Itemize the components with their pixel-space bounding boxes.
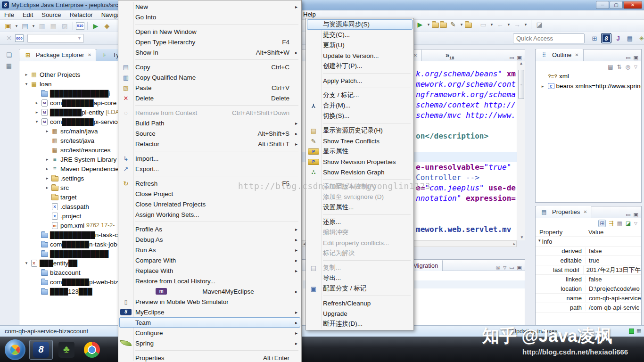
sort-icon[interactable]: ⇅ [617, 64, 622, 70]
tab-package-explorer[interactable]: ⊞ Package Explorer ✕ [19, 49, 96, 61]
menu-item[interactable]: 与资源库同步(S) [307, 19, 413, 30]
close-icon[interactable]: ✕ [575, 52, 578, 58]
menu-item[interactable]: Refresh/Cleanup [307, 298, 413, 308]
menu-item[interactable]: ◌ Remove from Context Ctrl+Alt+Shift+Dow… [119, 107, 300, 118]
menu-item[interactable]: ▣ 配置分支 / 标记 [307, 283, 413, 294]
expand-arrow-icon[interactable]: ▸ [44, 176, 50, 181]
menu-item[interactable] [119, 348, 300, 353]
minimize-view-icon[interactable]: ▭ [509, 55, 514, 61]
menu-item[interactable]: ▧ Paste Ctrl+V [119, 82, 300, 93]
deploy-icon[interactable]: ◆ [102, 21, 112, 31]
resource-perspective-icon[interactable]: ▤ [625, 33, 635, 43]
view-menu-icon[interactable]: ▽ [634, 221, 637, 226]
menu-item[interactable]: ↗ Export... [119, 164, 300, 174]
dropdown-icon[interactable]: ▾ [459, 20, 464, 29]
expand-arrow-icon[interactable]: ▸ [539, 84, 546, 89]
tab-outline[interactable]: ⠿ Outline ✕ [536, 49, 584, 61]
last-edit-icon[interactable]: ▭ [478, 20, 488, 29]
menu-item[interactable]: Restore from Local History... [119, 276, 300, 286]
menu-item[interactable]: 切换(S)... [307, 111, 413, 121]
menu-item[interactable]: 添加至 svn:ignore (D) [307, 192, 413, 202]
dropdown-icon[interactable]: ▾ [489, 20, 494, 29]
new-wizard-icon[interactable]: ▣ [3, 21, 13, 31]
menu-item[interactable]: ↻ Refresh F5 [119, 178, 300, 189]
menu-item[interactable]: Update to Version... [307, 50, 413, 61]
menu-item[interactable] [307, 121, 413, 125]
property-row[interactable]: ▾Info [536, 237, 641, 247]
outline-item[interactable]: ▸ e beans xmlns=http://www.spring [536, 81, 641, 91]
tree-row[interactable]: ▦ src/test/resources [19, 145, 118, 155]
menu-item[interactable]: ∴ Show Revision Graph [307, 167, 413, 177]
menu-item[interactable]: Run As ▸ [119, 245, 300, 255]
menubar-item[interactable]: File [0, 11, 18, 19]
menu-item[interactable]: Configure ▸ [119, 328, 300, 338]
restore-view-icon[interactable]: ❏ [6, 51, 12, 58]
tree-row[interactable]: target [19, 192, 84, 202]
tree-row[interactable]: ▸ ▦ src/main/java [19, 126, 105, 136]
menu-item[interactable]: 添加至版本控制(A) [307, 181, 413, 192]
menu-item[interactable] [307, 213, 413, 217]
menu-item[interactable]: ▤ Copy Ctrl+C [119, 62, 300, 72]
property-row[interactable]: location D:\project\code\wo [536, 284, 641, 294]
menu-item[interactable]: 导出... [307, 273, 413, 283]
collapse-all-icon[interactable]: ▤ [608, 64, 613, 70]
tree-row[interactable]: ▸ ≡ Maven Dependencies [19, 164, 129, 173]
menu-item[interactable]: ▥ Copy Qualified Name [119, 72, 300, 82]
quick-access-input[interactable] [513, 33, 585, 43]
menu-item[interactable]: Assign Working Sets... [119, 209, 300, 220]
menu-item[interactable]: Profile As ▸ [119, 224, 300, 234]
menu-item[interactable]: Close Unrelated Projects [119, 199, 300, 209]
menu-item[interactable]: 更新(U) [307, 40, 413, 50]
menu-item[interactable]: P Show Revision Properties [307, 156, 413, 167]
scrollbar-thumb[interactable]: ≡ [518, 70, 524, 99]
menu-item[interactable]: ▤ 复制... [307, 263, 413, 273]
debug-perspective-icon[interactable]: ✳ [636, 33, 644, 43]
menu-item[interactable]: 创建补丁(P)... [307, 61, 413, 71]
expand-arrow-icon[interactable]: ▸ [23, 72, 30, 77]
menubar-item[interactable]: Source [37, 11, 65, 19]
menu-item[interactable]: 分支 / 标记... [307, 90, 413, 100]
link-with-editor-icon[interactable]: ◎ [626, 64, 630, 70]
close-icon[interactable]: ✕ [583, 209, 587, 214]
annotate-icon[interactable]: ✎ [448, 20, 458, 29]
menu-item[interactable] [307, 86, 413, 90]
expand-arrow-icon[interactable]: ▸ [44, 166, 50, 171]
dropdown-icon[interactable]: ▾ [523, 20, 528, 29]
menu-item[interactable]: Go Into [119, 12, 300, 22]
tree-row[interactable]: ▦ src/test/java [19, 136, 101, 145]
expand-arrow-icon[interactable]: ▾ [538, 238, 541, 245]
menu-item[interactable]: Upgrade [307, 308, 413, 319]
new-menu-icon[interactable]: ▤ [20, 21, 30, 31]
view-menu-icon[interactable]: ◎ [496, 264, 501, 271]
dropdown-icon[interactable]: ▽ [503, 265, 506, 270]
menu-item[interactable]: 编辑冲突 [307, 227, 413, 238]
menu-item[interactable]: ✎ Show Tree Conflicts [307, 136, 413, 146]
separator[interactable] [531, 20, 531, 29]
open-resource-folder-icon[interactable] [465, 23, 472, 28]
menu-item[interactable]: Open in New Window [119, 26, 300, 37]
separator[interactable] [87, 22, 88, 30]
property-row[interactable]: path /com-qb-api-servic [536, 303, 641, 313]
menu-item[interactable] [307, 258, 413, 263]
tree-row[interactable]: ██████████n-task-core [19, 230, 134, 239]
menu-item[interactable]: Replace With ▸ [119, 265, 300, 276]
menu-item[interactable]: 还原... [307, 217, 413, 227]
menu-item[interactable] [307, 294, 413, 298]
menu-item[interactable] [119, 220, 300, 224]
expand-arrow-icon[interactable]: ▸ [44, 157, 50, 162]
run-icon[interactable]: ▶ [415, 20, 425, 29]
tree-row[interactable]: ▸ ≡ JRE System Library [J [19, 155, 131, 164]
tree-row[interactable]: ████123███ [19, 287, 99, 296]
menu-item[interactable]: Apply Patch... [307, 75, 413, 86]
pin-icon[interactable]: ◪ [626, 220, 631, 227]
expand-arrow-icon[interactable]: ▸ [44, 185, 50, 190]
menu-item[interactable]: Source Alt+Shift+S ▸ [119, 128, 300, 139]
maximize-view-icon[interactable]: ▣ [634, 55, 638, 61]
menu-item[interactable]: Spring ▸ [119, 338, 300, 348]
expand-arrow-icon[interactable]: ▾ [23, 261, 30, 265]
back-icon[interactable]: ← [495, 20, 505, 29]
menu-item[interactable] [119, 22, 300, 26]
menu-item[interactable]: m Maven4MyEclipse ▸ [119, 286, 300, 296]
print-icon[interactable]: ▨ [59, 21, 70, 31]
menubar-item[interactable]: Refactor [66, 11, 97, 19]
